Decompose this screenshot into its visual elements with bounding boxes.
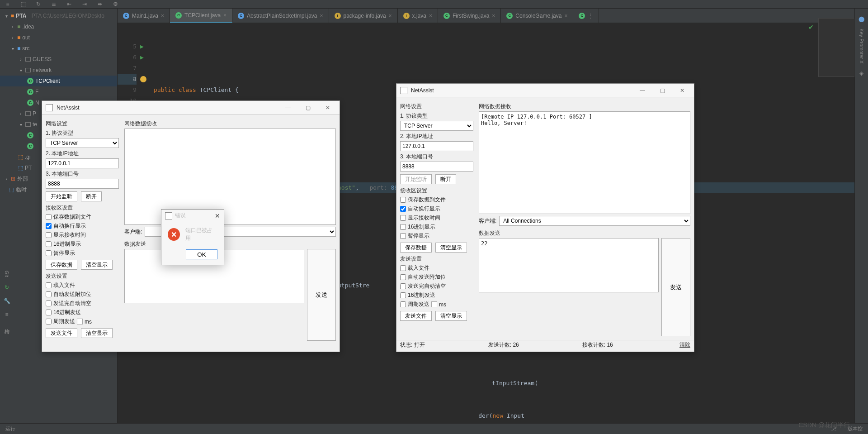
tab-main1[interactable]: CMain1.java× (118, 9, 170, 23)
tab-x[interactable]: ix.java× (398, 9, 438, 23)
collapse-icon[interactable]: ⇤ (65, 0, 73, 8)
find-icon[interactable]: ⬌ (96, 0, 104, 8)
loadfile-check[interactable]: 载入文件 (46, 281, 119, 289)
protocol-select[interactable]: TCP Server (400, 121, 473, 131)
git-tool[interactable]: Git (4, 271, 9, 277)
protocol-select[interactable]: TCP Server (46, 138, 119, 148)
run-label[interactable]: 运行: (5, 425, 17, 432)
hammer-icon[interactable]: 🔧 (4, 298, 10, 304)
pause-check[interactable]: 暂停显示 (46, 249, 119, 257)
showtime-check[interactable]: 显示接收时间 (46, 231, 119, 239)
run-icon[interactable]: ▶ (140, 52, 154, 63)
close-icon[interactable]: × (492, 13, 495, 19)
cleardisp-button[interactable]: 清空显示 (81, 260, 113, 270)
cycle-check[interactable]: 周期发送ms (400, 300, 473, 308)
close-button[interactable]: ✕ (320, 102, 336, 113)
close-icon[interactable]: × (223, 12, 226, 19)
client-select[interactable]: All Connections (499, 216, 690, 226)
structure-icon[interactable]: ≡ (5, 311, 8, 318)
save-file-check[interactable]: 保存数据到文件 (400, 196, 473, 204)
key-promoter-label[interactable]: Key Promoter X (859, 29, 864, 64)
pause-check[interactable]: 暂停显示 (400, 232, 473, 240)
clearsend-button[interactable]: 清空显示 (81, 328, 113, 338)
tree-item[interactable]: ›GUESS (0, 54, 117, 65)
close-icon[interactable]: × (161, 13, 164, 19)
savedata-button[interactable]: 保存数据 (400, 243, 432, 253)
cleardisp-button[interactable]: 清空显示 (435, 243, 467, 253)
maximize-button[interactable]: ▢ (654, 85, 670, 96)
ok-button[interactable]: OK (186, 249, 217, 259)
close-button[interactable]: ✕ (674, 85, 690, 96)
tab-tcpclient[interactable]: CTCPClient.java× (170, 9, 232, 23)
sendfile-button[interactable]: 发送文件 (46, 328, 77, 338)
save-file-check[interactable]: 保存数据到文件 (46, 213, 119, 221)
sync-icon[interactable]: ↻ (34, 0, 42, 8)
gear-icon[interactable]: ⚙ (111, 0, 119, 8)
minimize-button[interactable]: — (280, 102, 296, 113)
tree-item-tcpclient[interactable]: CTCPClient (0, 76, 117, 86)
tree-item[interactable]: ▾network (0, 65, 117, 76)
sendfile-button[interactable]: 发送文件 (400, 311, 432, 321)
tree-root[interactable]: ▾■ PTA PTA C:\Users\LEGION\Deskto (0, 10, 117, 21)
tab-firstswing[interactable]: CFirstSwing.java× (438, 9, 501, 23)
tree-item[interactable]: ›■out (0, 32, 117, 43)
bing-icon[interactable]: ⬤ (859, 16, 864, 22)
tab-consolegame[interactable]: CConsoleGame.java× (501, 9, 573, 23)
run-icon[interactable]: ▶ (140, 41, 154, 52)
close-icon[interactable]: ✕ (215, 212, 220, 219)
autoextra-check[interactable]: 自动发送附加位 (46, 291, 119, 298)
tree-item[interactable]: ▾■src (0, 43, 117, 54)
tab-more[interactable]: C⋮ (573, 9, 599, 23)
expand-icon[interactable]: ⇥ (80, 0, 89, 8)
listen-button[interactable]: 开始监听 (400, 174, 432, 184)
netassist-window-2[interactable]: NetAssist — ▢ ✕ 网络设置 1. 协议类型 TCP Server … (396, 83, 694, 352)
autowrap-check[interactable]: 自动换行显示 (46, 222, 119, 230)
autoextra-check[interactable]: 自动发送附加位 (400, 273, 473, 281)
cycle-check[interactable]: 周期发送ms (46, 318, 119, 325)
autoclear-check[interactable]: 发送完自动清空 (46, 300, 119, 307)
indent-icon[interactable]: ≣ (50, 0, 58, 8)
recv-textarea[interactable] (124, 129, 336, 225)
close-icon[interactable]: × (564, 13, 567, 19)
send-textarea[interactable]: 22 (479, 238, 659, 292)
send-button[interactable]: 发送 (307, 249, 336, 341)
autowrap-check[interactable]: 自动换行显示 (400, 205, 473, 213)
cycle-input[interactable] (431, 301, 437, 307)
disconnect-button[interactable]: 断开 (81, 191, 102, 201)
hexsend-check[interactable]: 16进制发送 (46, 309, 119, 316)
hexrecv-check[interactable]: 16进制显示 (400, 223, 473, 231)
savedata-button[interactable]: 保存数据 (46, 260, 77, 270)
disconnect-button[interactable]: 断开 (435, 174, 456, 184)
hexrecv-check[interactable]: 16进制显示 (46, 240, 119, 248)
loadfile-check[interactable]: 载入文件 (400, 264, 473, 272)
minimap[interactable] (818, 18, 854, 77)
cycle-input[interactable] (77, 319, 83, 324)
maximize-button[interactable]: ▢ (300, 102, 316, 113)
close-icon[interactable]: × (429, 13, 432, 19)
save-icon[interactable]: ⬚ (19, 0, 27, 8)
autoclear-check[interactable]: 发送完自动清空 (400, 282, 473, 290)
send-button[interactable]: 发送 (661, 238, 690, 336)
commit-icon[interactable]: ↻ (5, 284, 9, 291)
listen-button[interactable]: 开始监听 (46, 191, 77, 201)
minimize-button[interactable]: — (634, 85, 651, 96)
port-input[interactable] (400, 162, 473, 172)
class-icon: C (27, 100, 33, 106)
status-clear[interactable]: 清除 (679, 341, 690, 349)
bulb-icon[interactable] (140, 76, 146, 82)
hexsend-check[interactable]: 16进制发送 (400, 291, 473, 299)
ip-input[interactable] (400, 141, 473, 151)
tab-abstractplain[interactable]: CAbstractPlainSocketImpl.java× (232, 9, 329, 23)
clearsend-button[interactable]: 清空显示 (435, 311, 467, 321)
showtime-check[interactable]: 显示接收时间 (400, 214, 473, 222)
tree-item[interactable]: CF (0, 86, 117, 97)
ip-input[interactable] (46, 158, 119, 168)
port-input[interactable] (46, 179, 119, 189)
menu-icon[interactable]: ≡ (4, 0, 12, 8)
close-icon[interactable]: × (389, 13, 392, 19)
tab-packageinfo[interactable]: ipackage-info.java× (329, 9, 398, 23)
tree-item[interactable]: ›■.idea (0, 21, 117, 32)
cube-icon[interactable]: ◈ (859, 70, 863, 76)
recv-textarea[interactable]: [Remote IP 127.0.0.1 Port: 60527 ] Hello… (479, 111, 690, 214)
close-icon[interactable]: × (320, 13, 323, 19)
